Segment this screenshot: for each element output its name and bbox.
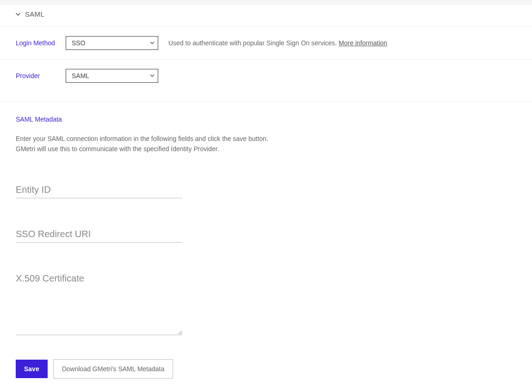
chevron-down-icon <box>16 12 20 17</box>
download-metadata-button[interactable]: Download GMetri's SAML Metadata <box>53 359 173 379</box>
provider-label: Provider <box>16 72 66 80</box>
login-method-selected-value: SSO <box>72 39 86 47</box>
button-row: Save Download GMetri's SAML Metadata <box>16 359 516 379</box>
accordion-title: SAML <box>25 10 44 18</box>
x509-certificate-textarea[interactable] <box>16 270 182 335</box>
metadata-desc-line2: GMetri will use this to communicate with… <box>16 145 219 153</box>
saml-metadata-heading: SAML Metadata <box>16 116 516 123</box>
sso-redirect-field-group <box>16 226 182 243</box>
login-method-help: Used to authenticate with popular Single… <box>168 39 387 47</box>
provider-row: Provider SAML <box>0 60 532 102</box>
accordion-header-saml[interactable]: SAML <box>0 5 532 27</box>
saml-metadata-desc: Enter your SAML connection information i… <box>16 134 516 154</box>
save-button[interactable]: Save <box>16 360 48 378</box>
login-method-select[interactable]: SSO <box>66 36 158 50</box>
entity-id-field-group <box>16 182 182 198</box>
top-gradient-bar <box>0 0 532 5</box>
provider-select[interactable]: SAML <box>66 69 158 83</box>
saml-metadata-section: SAML Metadata Enter your SAML connection… <box>0 102 532 388</box>
entity-id-input[interactable] <box>16 182 182 198</box>
login-method-label: Login Method <box>16 39 66 47</box>
login-method-help-text: Used to authenticate with popular Single… <box>168 39 339 47</box>
login-method-row: Login Method SSO Used to authenticate wi… <box>0 27 532 60</box>
saml-panel: SAML Login Method SSO Used to authentica… <box>0 5 532 388</box>
metadata-desc-line1: Enter your SAML connection information i… <box>16 135 268 142</box>
sso-redirect-uri-input[interactable] <box>16 226 182 243</box>
provider-selected-value: SAML <box>72 72 89 80</box>
more-information-link[interactable]: More information <box>339 39 387 47</box>
x509-field-group <box>16 270 516 337</box>
